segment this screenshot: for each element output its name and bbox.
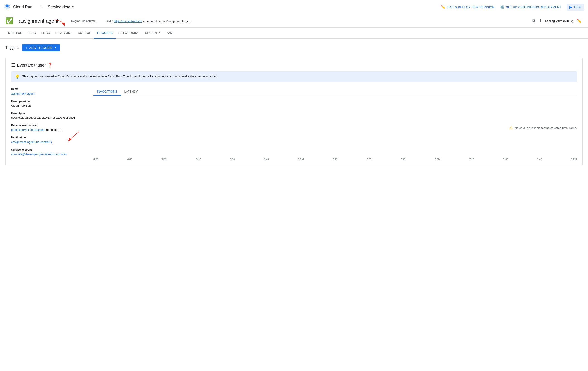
xaxis-label-13: 7:45 [537,158,542,161]
xaxis-label-3: 5:15 [196,158,201,161]
triggers-title: Triggers [5,46,19,50]
info-banner: 💡 This trigger was created in Cloud Func… [11,72,577,82]
eventarc-title: Eventarc trigger [17,63,46,68]
receive-events-label: Receive events from [11,124,88,127]
info-button[interactable]: ℹ [539,18,542,24]
xaxis-label-0: 4:30 [94,158,98,161]
chart-area: INVOCATIONS LATENCY ⚠ No data is availab… [94,88,577,161]
name-value[interactable]: assignment-agent- [11,92,36,95]
tab-networking[interactable]: NETWORKING [116,28,143,39]
destination-value[interactable]: assignment-agent (us-central1) [11,140,52,144]
xaxis-label-7: 6:15 [333,158,337,161]
event-provider-group: Event provider Cloud Pub/Sub [11,100,88,107]
tab-yaml[interactable]: YAML [164,28,177,39]
continuous-deploy-button[interactable]: ⚙️ SET UP CONTINUOUS DEPLOYMENT [500,5,561,9]
xaxis-label-6: 6 PM [298,158,304,161]
name-group: Name assignment-agent- [11,88,88,95]
info-bulb-icon: 💡 [15,74,20,79]
region-info: Region: us-central1 [71,19,97,23]
service-status-icon: ✅ [5,17,13,25]
svg-line-4 [8,5,10,5]
tab-security[interactable]: SECURITY [142,28,164,39]
chart-container: ⚠ No data is available for the selected … [94,100,577,156]
xaxis-label-10: 7 PM [435,158,441,161]
service-account-label: Service account [11,148,88,151]
tab-revisions[interactable]: REVISIONS [53,28,75,39]
eventarc-header: ☰ Eventarc trigger ❓ [11,62,577,68]
add-trigger-label: ADD TRIGGER [29,46,52,50]
info-banner-text: This trigger was created in Cloud Functi… [22,74,218,79]
chart-tab-latency[interactable]: LATENCY [121,88,141,96]
url-link[interactable]: https://us-central1-civ [114,20,142,23]
gear-icon: ⚙️ [500,5,505,9]
top-nav: Cloud Run ← Service details ✏️ EDIT & DE… [0,0,588,14]
event-type-group: Event type google.cloud.pubsub.topic.v1.… [11,112,88,119]
test-button[interactable]: ▶ TEST [567,4,584,11]
eventarc-content: Name assignment-agent- Event provider Cl… [11,88,577,161]
tab-logs[interactable]: LOGS [39,28,53,39]
dropdown-arrow-icon: ▾ [54,46,56,49]
test-label: TEST [574,5,582,9]
tab-metrics[interactable]: METRICS [5,28,25,39]
list-icon: ☰ [11,62,15,68]
page-title: Service details [48,5,74,10]
service-header: ✅ assignment-agent Region: us-central1 U… [0,14,588,28]
no-data-text: No data is available for the selected ti… [515,126,577,130]
edit-icon: ✏️ [441,5,446,9]
xaxis-label-14: 8 PM [571,158,577,161]
plus-icon: + [26,46,28,50]
content-area: Triggers + ADD TRIGGER ▾ ☰ Eventarc trig… [0,39,588,172]
triggers-header: Triggers + ADD TRIGGER ▾ [5,44,583,51]
url-info: URL: https://us-central1-civ .cloudfunct… [106,19,191,23]
warning-icon: ⚠ [509,125,513,130]
chart-tabs: INVOCATIONS LATENCY [94,88,577,96]
receive-events-group: Receive events from projects/civil-c /to… [11,124,88,131]
event-type-value: google.cloud.pubsub.topic.v1.messagePubl… [11,116,88,119]
xaxis-label-11: 7:15 [469,158,474,161]
tab-source[interactable]: SOURCE [75,28,94,39]
destination-group: Destination assignment-agent (us-central… [11,136,88,144]
xaxis-label-4: 5:30 [230,158,235,161]
edit-deploy-label: EDIT & DEPLOY NEW REVISION [447,5,494,9]
xaxis-label-5: 5:45 [264,158,269,161]
service-account-group: Service account compute@developer.gservi… [11,148,88,156]
chart-tab-invocations[interactable]: INVOCATIONS [94,88,121,96]
eventarc-details: Name assignment-agent- Event provider Cl… [11,88,88,161]
logo: Cloud Run [4,3,32,11]
app-name: Cloud Run [13,5,32,10]
add-trigger-button[interactable]: + ADD TRIGGER ▾ [22,44,60,51]
tab-triggers[interactable]: TRIGGERS [94,28,116,39]
no-data-message: ⚠ No data is available for the selected … [509,125,577,130]
destination-label: Destination [11,136,88,139]
cloud-run-logo-icon [4,3,11,11]
name-label: Name [11,88,88,91]
xaxis-label-1: 4:45 [127,158,132,161]
service-name: assignment-agent [19,18,58,24]
service-account-value[interactable]: compute@developer.gserviceaccount.com [11,153,66,156]
xaxis-label-12: 7:30 [503,158,508,161]
svg-line-8 [5,5,6,5]
xaxis-label-2: 5 PM [161,158,167,161]
event-type-label: Event type [11,112,88,115]
event-provider-value: Cloud Pub/Sub [11,104,88,107]
continuous-deploy-label: SET UP CONTINUOUS DEPLOYMENT [506,5,562,9]
receive-events-region: (us-central1) [46,128,63,131]
scaling-info: Scaling: Auto (Min: 0) [545,19,573,23]
xaxis-label-9: 6:45 [401,158,405,161]
help-icon[interactable]: ❓ [48,63,52,68]
eventarc-section: ☰ Eventarc trigger ❓ 💡 This trigger was … [5,57,583,166]
copy-url-button[interactable]: ⧉ [531,18,536,24]
edit-scaling-button[interactable]: ✏️ [576,18,583,24]
url-label: URL: [106,19,113,23]
url-suffix: .cloudfunctions.net/assignment-agent [143,20,191,23]
receive-events-link[interactable]: projects/civil-c /topics/plan [11,128,46,131]
tab-slos[interactable]: SLOS [25,28,39,39]
event-provider-label: Event provider [11,100,88,103]
edit-deploy-button[interactable]: ✏️ EDIT & DEPLOY NEW REVISION [441,5,494,9]
back-button[interactable]: ← [38,3,46,11]
xaxis-label-8: 6:30 [367,158,371,161]
play-icon: ▶ [569,5,572,9]
tabs-bar: METRICS SLOS LOGS REVISIONS SOURCE TRIGG… [0,28,588,39]
receive-events-value-row: projects/civil-c /topics/plan (us-centra… [11,128,88,131]
chart-xaxis: 4:30 4:45 5 PM 5:15 5:30 5:45 6 PM 6:15 … [94,156,577,161]
